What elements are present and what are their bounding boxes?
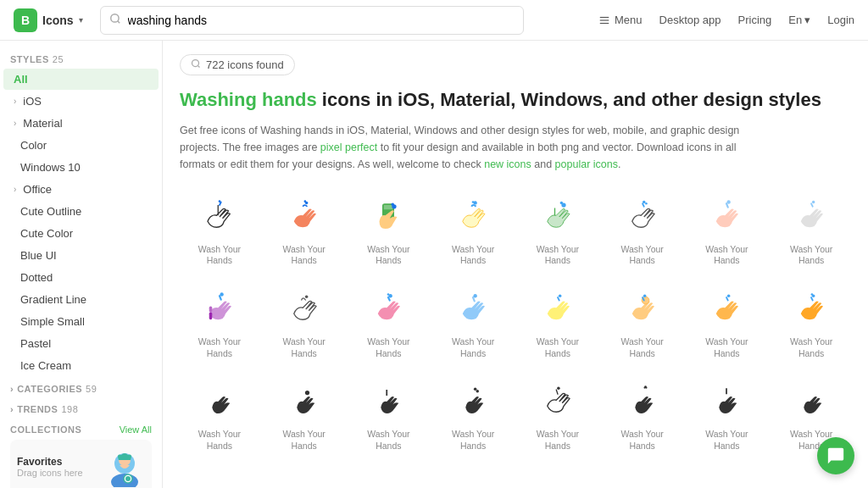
sidebar-item-cute-color[interactable]: Cute Color	[3, 223, 159, 244]
icon-card-23[interactable]: Wash Your Hands	[687, 371, 767, 458]
icon-img-1	[198, 195, 242, 239]
icon-label-15: Wash Your Hands	[693, 336, 762, 359]
pricing-link[interactable]: Pricing	[738, 14, 772, 26]
sidebar-item-windows10[interactable]: Windows 10	[3, 157, 159, 178]
icon-card-13[interactable]: Wash Your Hands	[518, 279, 598, 366]
sidebar-item-blue-ui[interactable]: Blue UI	[3, 245, 159, 266]
icon-label-21: Wash Your Hands	[523, 429, 593, 452]
svg-point-37	[727, 295, 731, 298]
sidebar-item-all[interactable]: All	[3, 69, 159, 90]
logo-area[interactable]: B Icons ▾	[14, 8, 83, 32]
sidebar-item-pastel-label: Pastel	[20, 337, 51, 350]
svg-point-0	[110, 14, 118, 22]
new-icons-link[interactable]: new icons	[484, 158, 531, 170]
svg-point-34	[559, 295, 562, 298]
icon-card-21[interactable]: Wash Your Hands	[518, 371, 598, 458]
search-input[interactable]	[128, 14, 515, 27]
styles-section-title: STYLES 25	[0, 47, 162, 68]
top-navigation: B Icons ▾ Menu Desktop app Pricing En ▾ …	[0, 0, 868, 41]
desktop-app-link[interactable]: Desktop app	[659, 14, 721, 26]
icon-card-14[interactable]: Wash Your Hands	[603, 279, 682, 366]
categories-section-title[interactable]: › CATEGORIES 59	[0, 377, 162, 397]
icon-card-6[interactable]: Wash Your Hands	[603, 186, 682, 274]
menu-button[interactable]: Menu	[598, 14, 643, 26]
icon-img-7	[704, 195, 748, 239]
svg-point-9	[125, 476, 131, 481]
icon-card-3[interactable]: Wash Your Hands	[349, 186, 429, 274]
sidebar-item-cute-outline[interactable]: Cute Outline	[3, 201, 159, 222]
svg-point-24	[645, 202, 648, 205]
svg-point-26	[812, 201, 815, 204]
svg-point-25	[727, 200, 731, 203]
sidebar-item-material[interactable]: › Material	[3, 113, 159, 134]
popular-icons-link[interactable]: popular icons	[555, 158, 618, 170]
icon-card-5[interactable]: Wash Your Hands	[518, 186, 598, 274]
icon-img-14	[620, 287, 665, 331]
icon-img-13	[536, 287, 580, 331]
svg-point-41	[476, 390, 480, 393]
sidebar-item-pastel[interactable]: Pastel	[3, 333, 159, 354]
logo-label: Icons	[42, 14, 74, 27]
sidebar-item-color[interactable]: Color	[3, 135, 159, 156]
icon-img-18	[282, 380, 326, 424]
chat-button[interactable]	[817, 437, 854, 474]
sidebar-item-dotted[interactable]: Dotted	[3, 267, 159, 288]
icon-card-22[interactable]: Wash Your Hands	[603, 371, 682, 458]
svg-point-18	[392, 202, 395, 206]
language-selector[interactable]: En ▾	[788, 14, 810, 26]
menu-label: Menu	[615, 14, 643, 26]
icon-card-8[interactable]: Wash Your Hands	[771, 186, 851, 274]
nav-right: Menu Desktop app Pricing En ▾ Login	[598, 14, 854, 26]
sidebar-item-gradient-line[interactable]: Gradient Line	[3, 289, 159, 310]
icon-card-10[interactable]: Wash Your Hands	[264, 279, 344, 366]
icon-card-4[interactable]: Wash Your Hands	[433, 186, 513, 274]
lang-chevron-icon: ▾	[804, 14, 810, 26]
page-heading: Washing hands icons in iOS, Material, Wi…	[180, 87, 851, 114]
svg-point-44	[644, 386, 647, 389]
svg-line-11	[198, 65, 199, 67]
svg-point-10	[192, 60, 199, 67]
icon-card-11[interactable]: Wash Your Hands	[349, 279, 429, 366]
icon-img-17	[198, 380, 242, 424]
icon-label-1: Wash Your Hands	[185, 244, 254, 267]
icon-img-23	[704, 380, 748, 424]
sidebar-item-dotted-label: Dotted	[20, 271, 53, 284]
favorites-box[interactable]: Favorites Drag icons here	[10, 440, 152, 488]
svg-point-14	[303, 200, 306, 202]
sidebar-item-ios-label: iOS	[23, 95, 42, 108]
content-area: 722 icons found Washing hands icons in i…	[163, 41, 868, 488]
sidebar-item-simple-small[interactable]: Simple Small	[3, 311, 159, 332]
main-layout: STYLES 25 All › iOS › Material Color Win…	[0, 41, 868, 488]
icon-img-2	[282, 195, 326, 239]
icon-card-2[interactable]: Wash Your Hands	[264, 186, 344, 274]
icon-card-15[interactable]: Wash Your Hands	[687, 279, 767, 366]
sidebar-item-cute-outline-label: Cute Outline	[20, 205, 81, 218]
icon-card-19[interactable]: Wash Your Hands	[349, 371, 429, 458]
result-search-icon	[191, 58, 201, 71]
icon-card-20[interactable]: Wash Your Hands	[433, 371, 513, 458]
sidebar-item-office[interactable]: › Office	[3, 179, 159, 200]
icon-card-9[interactable]: Wash Your Hands	[180, 279, 259, 366]
svg-point-23	[643, 201, 646, 204]
icon-card-7[interactable]: Wash Your Hands	[687, 186, 767, 274]
view-all-link[interactable]: View All	[120, 424, 152, 435]
trends-section-title[interactable]: › TRENDS 198	[0, 397, 162, 418]
svg-point-20	[472, 201, 475, 203]
login-button[interactable]: Login	[827, 14, 854, 26]
icon-label-14: Wash Your Hands	[608, 336, 677, 359]
sidebar-item-ios[interactable]: › iOS	[3, 91, 159, 112]
result-count-bar: 722 icons found	[180, 54, 851, 75]
icon-card-18[interactable]: Wash Your Hands	[264, 371, 344, 458]
icon-label-2: Wash Your Hands	[270, 244, 339, 267]
icon-card-12[interactable]: Wash Your Hands	[433, 279, 513, 366]
icon-card-1[interactable]: Wash Your Hands	[180, 186, 259, 274]
icon-label-12: Wash Your Hands	[438, 336, 508, 359]
icon-card-16[interactable]: Wash Your Hands	[771, 279, 851, 366]
icon-img-22	[620, 380, 665, 424]
icon-card-17[interactable]: Wash Your Hands	[180, 371, 259, 458]
categories-chevron-icon: ›	[10, 384, 14, 394]
sidebar-item-ice-cream[interactable]: Ice Cream	[3, 355, 159, 376]
icon-img-5	[536, 195, 580, 239]
svg-point-33	[474, 294, 477, 297]
pixel-perfect-link[interactable]: pixel perfect	[320, 141, 377, 153]
